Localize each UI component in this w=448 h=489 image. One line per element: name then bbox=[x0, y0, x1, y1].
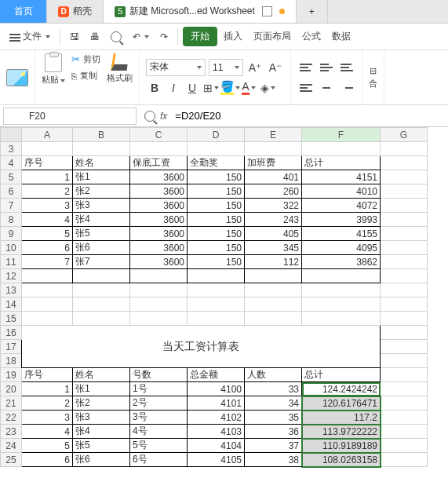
cell[interactable]: 姓名 bbox=[73, 156, 130, 170]
cell[interactable]: 124.2424242 bbox=[302, 382, 381, 396]
cell[interactable] bbox=[73, 269, 130, 283]
cell[interactable] bbox=[245, 312, 302, 326]
font-size-select[interactable]: 11 bbox=[209, 59, 243, 76]
cell[interactable]: 150 bbox=[188, 213, 245, 227]
col-header-C[interactable]: C bbox=[130, 128, 188, 142]
cell[interactable] bbox=[22, 283, 73, 297]
cell[interactable]: 1 bbox=[22, 170, 73, 184]
row-header-17[interactable]: 17 bbox=[1, 340, 22, 354]
cell[interactable]: 5 bbox=[22, 439, 73, 453]
cell[interactable]: 张5 bbox=[73, 439, 130, 453]
cell[interactable]: 5 bbox=[22, 227, 73, 241]
cell[interactable]: 张6 bbox=[73, 241, 130, 255]
cell[interactable]: 4103 bbox=[188, 425, 245, 439]
col-header-E[interactable]: E bbox=[245, 128, 302, 142]
cell[interactable]: 2 bbox=[22, 396, 73, 411]
copy-button[interactable]: ⎘复制 bbox=[71, 70, 100, 82]
cell[interactable]: 36 bbox=[245, 425, 302, 439]
cell[interactable]: 34 bbox=[245, 396, 302, 411]
cell[interactable]: 112 bbox=[245, 255, 302, 269]
name-box[interactable]: F20 bbox=[3, 108, 137, 125]
cell[interactable] bbox=[381, 453, 428, 467]
cell[interactable]: 4155 bbox=[302, 227, 381, 241]
bold-button[interactable]: B bbox=[146, 79, 163, 97]
cell[interactable] bbox=[381, 255, 428, 269]
row-header-10[interactable]: 10 bbox=[1, 241, 22, 255]
sheet-area[interactable]: A B C D E F G 34序号姓名保底工资全勤奖加班费总计51张13600… bbox=[0, 127, 448, 489]
cell[interactable]: 322 bbox=[245, 199, 302, 213]
cell[interactable]: 张3 bbox=[73, 411, 130, 425]
cell[interactable]: 5号 bbox=[130, 439, 188, 453]
cell[interactable]: 4号 bbox=[130, 425, 188, 439]
row-header-19[interactable]: 19 bbox=[1, 368, 22, 382]
align-top-button[interactable] bbox=[297, 59, 315, 76]
cell[interactable]: 38 bbox=[245, 453, 302, 467]
cell[interactable]: 113.9722222 bbox=[302, 425, 381, 439]
cell[interactable]: 33 bbox=[245, 382, 302, 396]
cell[interactable]: 张4 bbox=[73, 425, 130, 439]
cell[interactable]: 345 bbox=[245, 241, 302, 255]
cell[interactable]: 4072 bbox=[302, 199, 381, 213]
cell[interactable]: 总计 bbox=[302, 156, 381, 170]
cell[interactable]: 4 bbox=[22, 213, 73, 227]
cell[interactable] bbox=[381, 269, 428, 283]
row-header-7[interactable]: 7 bbox=[1, 199, 22, 213]
cell[interactable]: 张7 bbox=[73, 255, 130, 269]
cell[interactable] bbox=[381, 368, 428, 382]
cell[interactable] bbox=[188, 269, 245, 283]
cell[interactable]: 401 bbox=[245, 170, 302, 184]
cell[interactable] bbox=[302, 297, 381, 312]
save-button[interactable]: 🖫 bbox=[65, 29, 84, 45]
cell[interactable]: 260 bbox=[245, 184, 302, 199]
cell[interactable]: 108.0263158 bbox=[302, 453, 381, 467]
cell[interactable]: 4102 bbox=[188, 411, 245, 425]
row-header-4[interactable]: 4 bbox=[1, 156, 22, 170]
cell[interactable] bbox=[381, 411, 428, 425]
cell-title[interactable]: 当天工资计算表 bbox=[22, 326, 381, 368]
row-header-23[interactable]: 23 bbox=[1, 425, 22, 439]
cell[interactable]: 张2 bbox=[73, 396, 130, 411]
cell[interactable] bbox=[188, 283, 245, 297]
cell[interactable] bbox=[381, 312, 428, 326]
increase-font-button[interactable]: A⁺ bbox=[246, 59, 264, 76]
cell[interactable] bbox=[130, 297, 188, 312]
tab-wps[interactable]: D 稻壳 bbox=[47, 0, 104, 23]
cell[interactable] bbox=[381, 340, 428, 354]
cell[interactable]: 35 bbox=[245, 411, 302, 425]
cell[interactable] bbox=[130, 312, 188, 326]
cell[interactable]: 4010 bbox=[302, 184, 381, 199]
cell[interactable]: 总金额 bbox=[188, 368, 245, 382]
col-header-F[interactable]: F bbox=[302, 128, 381, 142]
cell[interactable]: 117.2 bbox=[302, 411, 381, 425]
cell[interactable]: 张3 bbox=[73, 199, 130, 213]
cell[interactable] bbox=[302, 283, 381, 297]
cell[interactable]: 6号 bbox=[130, 453, 188, 467]
cell[interactable]: 序号 bbox=[22, 156, 73, 170]
cell[interactable] bbox=[22, 297, 73, 312]
align-middle-button[interactable] bbox=[318, 59, 335, 76]
cell[interactable]: 110.9189189 bbox=[302, 439, 381, 453]
cell[interactable] bbox=[381, 142, 428, 156]
row-header-20[interactable]: 20 bbox=[1, 382, 22, 396]
cell[interactable] bbox=[381, 241, 428, 255]
cell[interactable] bbox=[381, 382, 428, 396]
row-header-13[interactable]: 13 bbox=[1, 283, 22, 297]
row-header-3[interactable]: 3 bbox=[1, 142, 22, 156]
cell[interactable]: 150 bbox=[188, 184, 245, 199]
cell[interactable] bbox=[381, 184, 428, 199]
align-center-button[interactable] bbox=[318, 79, 335, 97]
cell[interactable] bbox=[381, 156, 428, 170]
cell[interactable]: 6 bbox=[22, 453, 73, 467]
cell[interactable]: 张1 bbox=[73, 382, 130, 396]
cell[interactable]: 全勤奖 bbox=[188, 156, 245, 170]
cell[interactable]: 4151 bbox=[302, 170, 381, 184]
search-icon[interactable] bbox=[144, 111, 155, 122]
cell[interactable]: 张5 bbox=[73, 227, 130, 241]
align-right-button[interactable] bbox=[338, 79, 355, 97]
tab-page-layout[interactable]: 页面布局 bbox=[249, 27, 296, 46]
row-header-11[interactable]: 11 bbox=[1, 255, 22, 269]
cell[interactable]: 张6 bbox=[73, 453, 130, 467]
fill-color-button[interactable]: 🪣 bbox=[221, 79, 239, 97]
cell[interactable] bbox=[381, 297, 428, 312]
cell[interactable]: 3 bbox=[22, 199, 73, 213]
